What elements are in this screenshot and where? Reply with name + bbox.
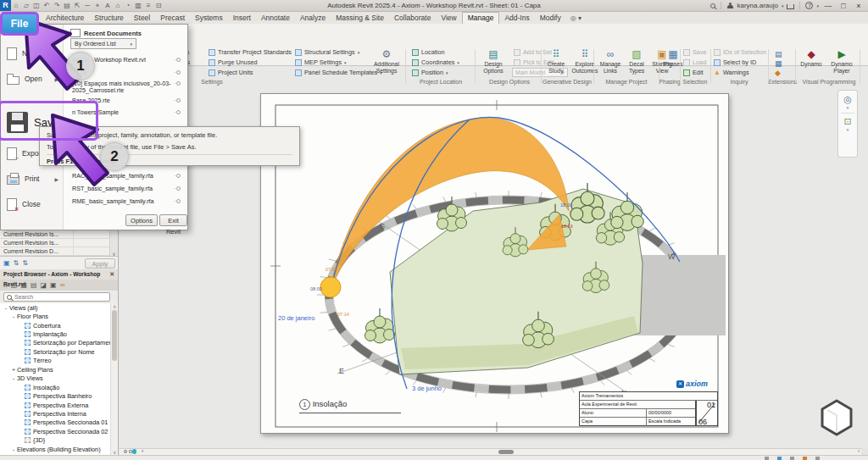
views-icon[interactable]: ◫ [11, 281, 18, 289]
measure-icon[interactable]: ⇱ [72, 0, 82, 11]
customize-qat-icon[interactable]: ⊡ [153, 0, 164, 11]
extensions-grid-icon[interactable]: ▦ [775, 59, 782, 68]
pin-icon[interactable] [176, 186, 181, 191]
view-control-bar[interactable]: ‹ [124, 448, 143, 455]
ribbon-display-toggle-icon[interactable]: ◎ ▾ [566, 13, 581, 24]
tree-item--3d-[interactable]: {3D} [0, 436, 111, 445]
scrollbar-thumb[interactable] [498, 450, 514, 454]
tab-manage[interactable]: Manage [462, 12, 500, 24]
sun[interactable] [320, 277, 341, 297]
tree-item-elevations-building-elevation-[interactable]: -Elevations (Building Elevation) [0, 445, 111, 453]
status-icon[interactable] [765, 457, 769, 460]
temporary-hide-icon[interactable] [132, 449, 136, 454]
restore-button[interactable]: □ [837, 2, 849, 10]
user-name[interactable]: karyna.araujo [737, 2, 777, 9]
link-icon[interactable]: ∞ [60, 281, 65, 289]
tab-annotate[interactable]: Annotate [256, 13, 295, 24]
tag-by-category-icon[interactable]: ⌖ [92, 0, 103, 11]
ribbon-button-1[interactable]: Purge Unused [209, 58, 258, 67]
pin-icon[interactable] [176, 199, 181, 203]
ribbon-button-1[interactable]: MEP Settings▾ [295, 58, 347, 67]
recent-document[interactable]: [10] Espaços mais inclusivos_20-03-2025_… [72, 80, 187, 94]
redo-icon[interactable]: ↷ [52, 0, 62, 11]
ribbon-button-2[interactable]: Position▾ [412, 68, 448, 77]
pin-icon[interactable] [176, 58, 181, 62]
filters-icon[interactable]: ▣ [50, 281, 57, 289]
tree-item-perspectiva-externa[interactable]: Perspectiva Externa [0, 401, 111, 409]
tab-modify[interactable]: Modify [535, 13, 566, 24]
ribbon-button-buttons-1[interactable]: ▧Decal Types [624, 49, 649, 74]
ribbon-button-buttons-0[interactable]: ◆Dynamo [797, 49, 826, 68]
ribbon-button-0[interactable]: IDs of Selection [714, 47, 766, 57]
status-icon[interactable] [790, 457, 794, 460]
search-icon[interactable] [710, 3, 715, 8]
pin-icon[interactable] [176, 81, 181, 86]
open-icon[interactable]: ▱ [21, 0, 31, 11]
ribbon-button-buttons-1[interactable]: ⠿Explore Outcomes [570, 49, 599, 74]
help-icon[interactable]: ? [805, 2, 813, 9]
close-button[interactable]: × [853, 2, 865, 10]
tab-massing-site[interactable]: Massing & Site [331, 13, 389, 24]
tree-item-perspectiva-banheiro[interactable]: Perspectiva Banheiro [0, 391, 111, 400]
steering-wheel-icon[interactable]: ◎ [843, 94, 852, 104]
tab-systems[interactable]: Systems [190, 13, 228, 24]
ribbon-button-buttons-1[interactable]: ▶Dynamo Player [826, 49, 857, 74]
ribbon-button-settings-additional[interactable]: ⚙Additional Settings [368, 49, 405, 74]
user-avatar-icon[interactable] [726, 3, 733, 9]
print-icon[interactable]: ▤ [62, 0, 72, 11]
tree-item-setoriza-o-por-departamento[interactable]: Setorização por Departamento [0, 339, 111, 347]
tab-precast[interactable]: Precast [155, 13, 190, 24]
save-icon[interactable]: ◫ [31, 0, 42, 11]
quick-access-toolbar[interactable]: ⌂▱◫↶↷▤⇱─⌖A⌂◔▥≡⊡ [11, 0, 164, 11]
tab-insert[interactable]: Insert [228, 13, 256, 24]
ribbon-button-2[interactable]: ▲Warnings [714, 68, 749, 77]
default-3d-view-icon[interactable]: ⌂ [113, 0, 123, 11]
tree-item-perspectiva-seccionada-02[interactable]: Perspectiva Seccionada 02 [0, 427, 111, 435]
pin-icon[interactable] [176, 110, 181, 114]
home-icon[interactable]: ⌂ [3, 281, 8, 289]
property-row[interactable]: Current Revision Is... [0, 239, 118, 247]
sheets-icon[interactable]: ▤ [31, 281, 37, 289]
scroll-right-arrow[interactable]: › [858, 448, 860, 454]
zoom-icon[interactable]: ⊡ [843, 116, 851, 126]
ribbon-button-0[interactable]: Transfer Project Standards [209, 47, 292, 57]
browser-search-field[interactable] [3, 292, 110, 302]
tab-structure[interactable]: Structure [89, 13, 129, 24]
section-icon[interactable]: ◔ [123, 0, 133, 11]
tree-item-views-all-[interactable]: -Views (all) [0, 303, 111, 312]
tab-view[interactable]: View [436, 13, 461, 24]
pin-icon[interactable] [176, 174, 181, 178]
ribbon-button-2[interactable]: Edit [683, 68, 704, 77]
thin-lines-icon[interactable]: ▥ [133, 0, 143, 11]
sort-group-icon[interactable]: ▣ [3, 258, 10, 269]
minimize-button[interactable]: — [822, 2, 834, 10]
extensions-copy-monitor-icon[interactable]: ▤ [775, 50, 782, 58]
ribbon-button-1[interactable]: Load [683, 58, 706, 67]
status-icon[interactable] [777, 457, 782, 460]
properties-scrollbar[interactable]: ∨ [109, 230, 118, 256]
ribbon-button-design_options-main[interactable]: ▤Design Options [476, 49, 510, 74]
groups-icon[interactable]: ◪ [41, 281, 47, 289]
property-row[interactable]: Current Revision Is... [0, 230, 118, 239]
extensions-tool-icon[interactable]: ◆ [775, 69, 781, 77]
tree-item-perspectiva-interna[interactable]: Perspectiva Interna [0, 409, 111, 418]
ribbon-button-1[interactable]: Coordinates▾ [412, 58, 459, 67]
exit-revit-button[interactable]: Exit Revit [159, 214, 187, 226]
ribbon-button-0[interactable]: Structural Settings▾ [295, 47, 359, 57]
tree-item-perspectiva-seccionada-01[interactable]: Perspectiva Seccionada 01 [0, 418, 111, 427]
tab-steel[interactable]: Steel [129, 13, 155, 24]
ribbon-button-1[interactable]: Select by ID [714, 58, 756, 67]
ribbon-button-buttons-0[interactable]: ⠿Create Study [542, 49, 570, 74]
switch-windows-icon[interactable]: ≡ [143, 0, 153, 11]
tab-collaborate[interactable]: Collaborate [389, 13, 436, 24]
ribbon-button-2[interactable]: Project Units [209, 68, 253, 77]
recent-document[interactable]: RME_basic_sample_family.rfa [72, 198, 154, 205]
ribbon-button-buttons-0[interactable]: ▦Phases [660, 49, 686, 68]
horizontal-scrollbar[interactable]: › [120, 448, 861, 455]
tree-item-implanta-o[interactable]: Implantação [0, 330, 111, 338]
ribbon-button-0[interactable]: Save [683, 47, 707, 57]
project-browser-close-icon[interactable]: ✕ [109, 269, 114, 280]
ribbon-button-buttons-0[interactable]: ∞Manage Links [597, 49, 624, 74]
browser-scrollbar[interactable]: ∧ ∨ [110, 303, 118, 455]
tree-item-floor-plans[interactable]: -Floor Plans [0, 312, 111, 320]
